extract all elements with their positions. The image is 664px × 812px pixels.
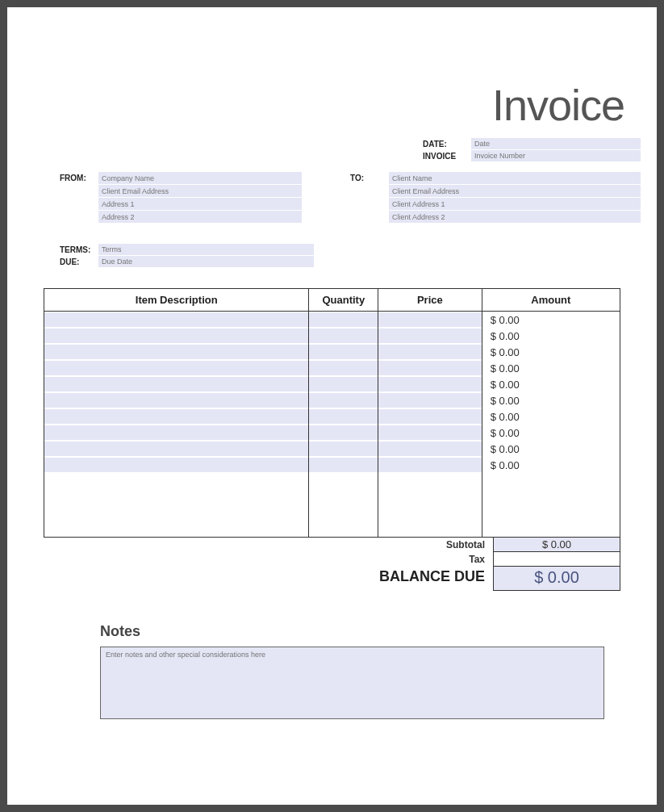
item-price-input[interactable] xyxy=(378,312,482,327)
line-items-table: Item Description Quantity Price Amount $… xyxy=(44,288,620,538)
item-quantity-input[interactable] xyxy=(309,312,378,327)
terms-label: TERMS: xyxy=(60,245,98,254)
due-label: DUE: xyxy=(60,257,98,266)
item-description-input[interactable] xyxy=(44,329,308,343)
item-description-input[interactable] xyxy=(44,458,308,472)
item-quantity-input[interactable] xyxy=(309,345,378,359)
table-row: $ 0.00 xyxy=(44,393,620,408)
from-block: FROM: xyxy=(60,172,350,224)
item-price-input[interactable] xyxy=(378,393,482,408)
item-amount-value: $ 0.00 xyxy=(482,377,620,392)
tax-value xyxy=(493,552,620,567)
from-email-input[interactable] xyxy=(98,185,302,197)
item-amount-value: $ 0.00 xyxy=(482,425,620,441)
to-block: TO: xyxy=(350,172,641,224)
item-description-input[interactable] xyxy=(44,442,308,456)
item-price-input[interactable] xyxy=(378,442,482,456)
subtotal-label: Subtotal xyxy=(324,538,493,552)
item-quantity-input[interactable] xyxy=(309,329,378,343)
tax-label: Tax xyxy=(324,552,493,567)
invoice-number-input[interactable] xyxy=(471,150,641,161)
item-quantity-input[interactable] xyxy=(309,458,378,472)
item-description-input[interactable] xyxy=(44,377,308,391)
item-amount-value: $ 0.00 xyxy=(482,312,620,328)
invoice-meta: DATE: INVOICE xyxy=(423,138,641,162)
item-quantity-input[interactable] xyxy=(309,377,378,391)
item-amount-value: $ 0.00 xyxy=(482,458,620,473)
item-amount-value: $ 0.00 xyxy=(482,345,620,360)
table-row: $ 0.00 xyxy=(44,458,620,473)
date-input[interactable] xyxy=(471,138,641,149)
parties-section: FROM: TO: xyxy=(23,172,641,224)
item-price-input[interactable] xyxy=(378,345,482,359)
item-amount-value: $ 0.00 xyxy=(482,393,620,408)
from-address2-input[interactable] xyxy=(98,211,302,223)
item-amount-value: $ 0.00 xyxy=(482,329,620,344)
invoice-number-label: INVOICE xyxy=(423,152,471,161)
item-quantity-input[interactable] xyxy=(309,393,378,408)
table-row: $ 0.00 xyxy=(44,442,620,457)
item-amount-value: $ 0.00 xyxy=(482,409,620,425)
due-input[interactable] xyxy=(98,256,314,267)
to-email-input[interactable] xyxy=(389,185,641,197)
col-header-price: Price xyxy=(378,289,482,312)
to-address1-input[interactable] xyxy=(389,198,641,210)
item-quantity-input[interactable] xyxy=(309,361,378,375)
to-label: TO: xyxy=(350,172,389,224)
item-quantity-input[interactable] xyxy=(309,442,378,456)
item-price-input[interactable] xyxy=(378,458,482,472)
to-name-input[interactable] xyxy=(389,172,641,184)
balance-due-value: $ 0.00 xyxy=(493,567,620,591)
table-row: $ 0.00 xyxy=(44,409,620,425)
from-label: FROM: xyxy=(60,172,98,224)
date-label: DATE: xyxy=(423,140,471,149)
notes-textarea[interactable] xyxy=(100,647,604,719)
balance-due-label: BALANCE DUE xyxy=(324,567,493,591)
item-description-input[interactable] xyxy=(44,312,308,327)
col-header-description: Item Description xyxy=(44,289,309,312)
item-quantity-input[interactable] xyxy=(309,409,378,424)
terms-block: TERMS: DUE: xyxy=(23,244,314,268)
table-row: $ 0.00 xyxy=(44,312,620,328)
subtotal-value: $ 0.00 xyxy=(493,538,620,552)
table-row: $ 0.00 xyxy=(44,329,620,344)
item-description-input[interactable] xyxy=(44,345,308,359)
notes-heading: Notes xyxy=(100,623,641,640)
item-quantity-input[interactable] xyxy=(309,425,378,440)
item-amount-value: $ 0.00 xyxy=(482,442,620,457)
item-price-input[interactable] xyxy=(378,409,482,424)
table-row: $ 0.00 xyxy=(44,361,620,376)
item-description-input[interactable] xyxy=(44,361,308,375)
col-header-amount: Amount xyxy=(482,289,620,312)
from-address1-input[interactable] xyxy=(98,198,302,210)
item-description-input[interactable] xyxy=(44,409,308,424)
table-row: $ 0.00 xyxy=(44,345,620,360)
item-price-input[interactable] xyxy=(378,361,482,375)
item-amount-value: $ 0.00 xyxy=(482,361,620,376)
item-description-input[interactable] xyxy=(44,393,308,408)
totals-block: Subtotal $ 0.00 Tax BALANCE DUE $ 0.00 xyxy=(44,538,620,591)
item-price-input[interactable] xyxy=(378,377,482,391)
item-price-input[interactable] xyxy=(378,425,482,440)
invoice-page: Invoice DATE: INVOICE FROM: TO: xyxy=(7,7,657,805)
table-row: $ 0.00 xyxy=(44,425,620,441)
from-company-input[interactable] xyxy=(98,172,302,184)
col-header-quantity: Quantity xyxy=(309,289,378,312)
terms-input[interactable] xyxy=(98,244,314,255)
item-description-input[interactable] xyxy=(44,425,308,440)
to-address2-input[interactable] xyxy=(389,211,641,223)
table-row: $ 0.00 xyxy=(44,377,620,392)
page-title: Invoice xyxy=(23,80,624,130)
item-price-input[interactable] xyxy=(378,329,482,343)
